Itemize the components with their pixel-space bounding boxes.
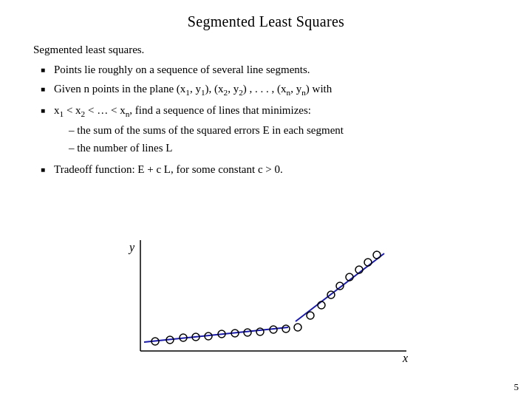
bullet-icon: ■ (41, 106, 54, 116)
bullet-icon: ■ (41, 165, 54, 175)
svg-text:x: x (402, 352, 408, 364)
bullet-text: Points lie roughly on a sequence of seve… (54, 62, 310, 78)
list-item: ■ Given n points in the plane (x1, y1), … (41, 81, 499, 99)
sub-bullet-text: – the number of lines L (69, 140, 172, 156)
list-item: ■ x1 < x2 < … < xn, find a sequence of l… (41, 103, 499, 158)
bullet-icon: ■ (41, 65, 54, 75)
svg-point-17 (294, 324, 301, 331)
page-title: Segmented Least Squares (0, 0, 532, 44)
bullet-text: x1 < x2 < … < xn, find a sequence of lin… (54, 103, 311, 120)
svg-point-24 (364, 259, 372, 266)
sub-list-item: – the sum of the sums of the squared err… (55, 123, 344, 138)
sub-bullet-text: – the sum of the sums of the squared err… (69, 123, 344, 138)
list-item: ■ Tradeoff function: E + c L, for some c… (41, 162, 499, 177)
svg-point-16 (282, 325, 290, 332)
bullet-text: Tradeoff function: E + c L, for some con… (54, 162, 283, 177)
bullet-icon: ■ (41, 84, 54, 95)
svg-point-19 (318, 301, 325, 309)
svg-point-14 (256, 328, 264, 335)
sub-list-item: – the number of lines L (55, 140, 344, 156)
page-number: 5 (514, 381, 519, 393)
section-heading: Segmented least squares. (33, 44, 499, 56)
svg-text:y: y (128, 241, 135, 254)
chart-area: y x (96, 233, 429, 377)
bullet-text: Given n points in the plane (x1, y1), (x… (54, 81, 332, 99)
svg-point-18 (307, 312, 314, 319)
svg-point-25 (373, 251, 381, 259)
list-item: ■ Points lie roughly on a sequence of se… (41, 62, 499, 78)
